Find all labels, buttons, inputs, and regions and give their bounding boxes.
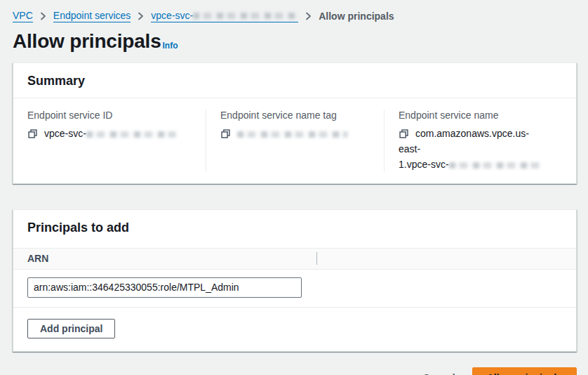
allow-principals-button[interactable]: Allow principals: [472, 367, 577, 375]
chevron-right-icon: [138, 12, 144, 20]
copy-icon[interactable]: [220, 129, 231, 139]
arn-input[interactable]: [27, 277, 302, 298]
summary-card-title: Summary: [13, 63, 576, 98]
arn-input-row: [13, 270, 576, 308]
column-divider: [316, 252, 317, 265]
redacted-text: [237, 131, 348, 138]
breadcrumb-link-endpoint-services[interactable]: Endpoint services: [53, 10, 131, 22]
field-label: Endpoint service ID: [27, 110, 193, 121]
principals-card-title: Principals to add: [13, 210, 576, 248]
info-link[interactable]: Info: [163, 41, 178, 51]
title-row: Allow principals Info: [13, 31, 577, 53]
copy-icon[interactable]: [27, 129, 38, 139]
cancel-button[interactable]: Cancel: [423, 369, 455, 375]
page: VPC Endpoint services vpce-svc- Allow pr…: [0, 0, 588, 375]
endpoint-service-name-line2: 1.vpce-svc-: [399, 159, 449, 170]
field-value: vpce-svc-: [27, 126, 193, 141]
breadcrumb-service-id-text: vpce-svc-: [151, 10, 193, 21]
breadcrumb-link-service-id[interactable]: vpce-svc-: [151, 10, 298, 22]
chevron-right-icon: [305, 12, 312, 20]
principals-card-footer: Add principal: [13, 308, 576, 351]
summary-field-endpoint-service-id: Endpoint service ID vpce-svc-: [27, 110, 206, 172]
redacted-text: [193, 13, 298, 19]
redacted-text: [449, 162, 542, 169]
field-label: Endpoint service name: [399, 110, 549, 121]
field-label: Endpoint service name tag: [220, 110, 371, 121]
breadcrumb-link-vpc[interactable]: VPC: [13, 10, 33, 22]
field-value: com.amazonaws.vpce.us-east- 1.vpce-svc-: [399, 126, 549, 172]
footer-actions: Cancel Allow principals: [13, 367, 577, 375]
endpoint-service-name-line1: com.amazonaws.vpce.us-east-: [399, 128, 529, 154]
copy-icon[interactable]: [399, 129, 409, 139]
endpoint-service-id-text: vpce-svc-: [44, 128, 86, 139]
add-principal-button[interactable]: Add principal: [27, 319, 115, 338]
summary-grid: Endpoint service ID vpce-svc- Endpoint s…: [13, 98, 576, 183]
arn-table-header: ARN: [13, 248, 576, 270]
breadcrumb: VPC Endpoint services vpce-svc- Allow pr…: [13, 10, 577, 22]
breadcrumb-current: Allow principals: [319, 11, 394, 22]
summary-field-endpoint-service-name: Endpoint service name com.amazonaws.vpce…: [384, 110, 562, 172]
chevron-right-icon: [40, 12, 46, 20]
arn-column-header: ARN: [27, 253, 316, 264]
summary-field-endpoint-service-name-tag: Endpoint service name tag: [206, 110, 384, 172]
page-title: Allow principals: [13, 31, 161, 53]
principals-card: Principals to add ARN Add principal: [13, 209, 577, 352]
summary-card: Summary Endpoint service ID vpce-svc- En…: [13, 63, 577, 184]
field-value: [220, 126, 371, 141]
redacted-text: [86, 131, 176, 138]
